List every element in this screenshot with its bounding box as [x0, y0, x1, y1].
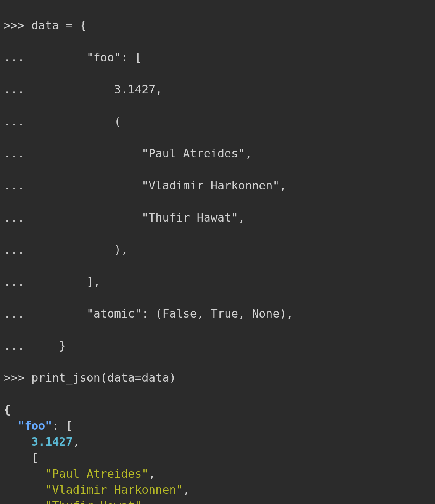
json-output: { "foo": [ 3.1427, [ "Paul Atreides", "V… — [4, 402, 431, 504]
token-g — [4, 483, 45, 496]
token-g: , — [148, 467, 155, 480]
token-num: 3.1427 — [31, 435, 72, 448]
repl-input-line: ... ], — [4, 274, 431, 290]
token-str: "Thufir Hawat" — [45, 499, 142, 504]
token-g — [4, 419, 18, 432]
token-g: , — [183, 483, 190, 496]
repl-input-line: ... "Vladimir Harkonnen", — [4, 178, 431, 194]
json-output-line: 3.1427, — [4, 434, 431, 450]
token-g — [4, 467, 45, 480]
token-key: "foo" — [18, 419, 52, 432]
token-g — [4, 451, 31, 464]
json-output-line: "Vladimir Harkonnen", — [4, 482, 431, 498]
repl-input-line: ... } — [4, 338, 431, 354]
json-output-line: "Thufir Hawat" — [4, 498, 431, 504]
token-br: [ — [31, 451, 38, 464]
token-g — [4, 435, 31, 448]
repl-input-line: ... ( — [4, 114, 431, 130]
repl-input-line: ... "Thufir Hawat", — [4, 210, 431, 226]
json-output-line: { — [4, 402, 431, 418]
repl-input-line: >>> print_json(data=data) — [4, 370, 431, 386]
repl-input-line: ... "Paul Atreides", — [4, 146, 431, 162]
repl-input-line: ... ), — [4, 242, 431, 258]
json-output-line: "foo": [ — [4, 418, 431, 434]
terminal[interactable]: >>> data = { ... "foo": [ ... 3.1427, ..… — [0, 0, 435, 504]
token-g — [4, 499, 45, 504]
token-br: [ — [66, 419, 73, 432]
repl-input-line: ... "atomic": (False, True, None), — [4, 306, 431, 322]
token-g: : — [52, 419, 66, 432]
json-output-line: [ — [4, 450, 431, 466]
repl-input-line: >>> data = { — [4, 18, 431, 34]
repl-input-line: ... 3.1427, — [4, 82, 431, 98]
token-br: { — [4, 403, 11, 416]
json-output-line: "Paul Atreides", — [4, 466, 431, 482]
token-str: "Vladimir Harkonnen" — [45, 483, 183, 496]
token-g: , — [73, 435, 80, 448]
token-str: "Paul Atreides" — [45, 467, 148, 480]
repl-input-line: ... "foo": [ — [4, 50, 431, 66]
